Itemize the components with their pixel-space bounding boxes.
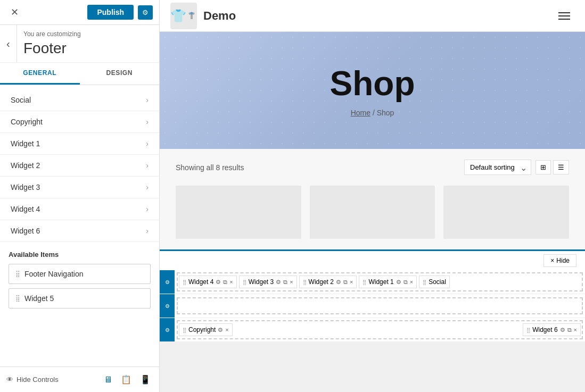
hamburger-line (558, 19, 570, 20)
chip-label: Widget 2 (309, 278, 334, 286)
footer-widget-chip-copyright: ⣿ Copyright ⚙ × (179, 323, 233, 336)
menu-item-widget1[interactable]: Widget 1 › (0, 133, 159, 155)
footer-widget-chip-widget6: ⣿ Widget 6 ⚙ ⧉ × (523, 323, 581, 336)
footer-row-2: ⚙ (160, 294, 585, 318)
chip-gear-icon[interactable]: ⚙ (218, 327, 223, 333)
product-grid (176, 186, 569, 239)
menu-item-label: Widget 3 (11, 183, 40, 191)
grid-view-button[interactable]: ⊞ (535, 160, 551, 174)
chip-label: Copyright (188, 326, 216, 333)
back-button[interactable]: ‹ (0, 25, 17, 62)
customizing-title: Footer (23, 40, 151, 57)
chip-close-icon[interactable]: × (225, 327, 228, 333)
tab-design[interactable]: DESIGN (80, 63, 160, 85)
chip-gear-icon[interactable]: ⚙ (396, 279, 401, 286)
chip-close-icon[interactable]: × (410, 279, 413, 285)
tablet-icon[interactable]: 📋 (119, 372, 134, 387)
sorting-area: Default sorting ⊞ ☰ (464, 160, 569, 175)
chip-copy-icon[interactable]: ⧉ (403, 279, 408, 286)
tab-general[interactable]: GENERAL (0, 63, 80, 85)
footer-row-1: ⚙ ⣿ Widget 4 ⚙ ⧉ × ⣿ Widget 3 ⚙ ⧉ × (160, 270, 585, 294)
menu-item-copyright[interactable]: Copyright › (0, 111, 159, 133)
tabs-row: GENERAL DESIGN (0, 63, 159, 85)
product-card-2 (310, 186, 435, 239)
chip-drag-icon: ⣿ (423, 279, 426, 285)
chip-gear-icon[interactable]: ⚙ (336, 279, 341, 286)
footer-row-handle-2[interactable]: ⚙ (160, 294, 175, 318)
left-panel: ✕ Publish ⚙ ‹ You are customizing Footer… (0, 0, 160, 392)
footer-widget-chip-widget3: ⣿ Widget 3 ⚙ ⧉ × (239, 276, 297, 288)
menu-item-widget6[interactable]: Widget 6 › (0, 220, 159, 242)
breadcrumb-current: Shop (377, 109, 394, 117)
footer-widgets-area-3: ⣿ Copyright ⚙ × ⣿ Widget 6 ⚙ ⧉ × (177, 320, 583, 339)
view-buttons: ⊞ ☰ (535, 160, 569, 174)
footer-widget-chip-widget4: ⣿ Widget 4 ⚙ ⧉ × (179, 276, 237, 288)
chip-close-icon[interactable]: × (350, 279, 353, 285)
menu-item-label: Widget 4 (11, 205, 40, 213)
logo-area: Demo (170, 3, 236, 29)
footer-builder: × Hide ⚙ ⣿ Widget 4 ⚙ ⧉ × ⣿ Widget 3 (160, 249, 585, 342)
publish-button[interactable]: Publish (87, 5, 134, 20)
chip-gear-icon[interactable]: ⚙ (560, 327, 565, 333)
draggable-item-label: Footer Navigation (24, 270, 84, 278)
chip-gear-icon[interactable]: ⚙ (276, 279, 281, 286)
footer-widget-chip-widget2: ⣿ Widget 2 ⚙ ⧉ × (299, 276, 357, 288)
chevron-right-icon: › (146, 183, 149, 191)
top-bar: ✕ Publish ⚙ (0, 0, 159, 25)
draggable-footer-navigation[interactable]: ⣿ Footer Navigation (9, 264, 151, 284)
chip-drag-icon: ⣿ (183, 327, 186, 333)
desktop-icon[interactable]: 🖥 (102, 372, 114, 387)
mobile-icon[interactable]: 📱 (138, 372, 153, 387)
breadcrumb-separator: / (373, 109, 377, 117)
menu-item-widget2[interactable]: Widget 2 › (0, 155, 159, 177)
chip-gear-icon[interactable]: ⚙ (216, 279, 221, 286)
chip-copy-icon[interactable]: ⧉ (223, 279, 227, 286)
breadcrumb-home-link[interactable]: Home (351, 109, 370, 117)
hamburger-line (558, 12, 570, 13)
footer-widgets-area-2 (177, 297, 583, 314)
draggable-widget5[interactable]: ⣿ Widget 5 (9, 288, 151, 308)
sorting-select[interactable]: Default sorting (464, 160, 531, 175)
chip-close-icon[interactable]: × (290, 279, 293, 285)
available-items-section: Available Items ⣿ Footer Navigation ⣿ Wi… (0, 242, 159, 317)
customizing-label: You are customizing (23, 30, 151, 38)
settings-gear-button[interactable]: ⚙ (138, 5, 153, 20)
hide-controls-button[interactable]: 👁 Hide Controls (6, 376, 59, 383)
chevron-right-icon: › (146, 118, 149, 126)
chip-copy-icon[interactable]: ⧉ (343, 279, 348, 286)
shop-content: Showing all 8 results Default sorting ⊞ … (160, 149, 585, 249)
eye-icon: 👁 (6, 376, 13, 383)
sort-wrapper: Default sorting (464, 160, 531, 175)
chip-close-icon[interactable]: × (574, 327, 577, 333)
chevron-right-icon: › (146, 96, 149, 104)
hide-footer-button[interactable]: × Hide (543, 254, 576, 267)
chip-copy-icon[interactable]: ⧉ (283, 279, 287, 286)
product-card-3 (443, 186, 569, 239)
footer-hide-bar: × Hide (160, 251, 585, 270)
site-logo (170, 3, 197, 29)
hero-title: Shop (170, 64, 574, 103)
menu-item-label: Social (11, 96, 31, 104)
chip-copy-icon[interactable]: ⧉ (567, 327, 572, 333)
site-title: Demo (203, 9, 236, 23)
chip-drag-icon: ⣿ (183, 279, 186, 285)
chevron-right-icon: › (146, 227, 149, 235)
menu-item-label: Widget 1 (11, 139, 40, 148)
hamburger-menu-button[interactable] (554, 8, 574, 24)
customizing-header: ‹ You are customizing Footer (0, 25, 159, 63)
menu-item-widget3[interactable]: Widget 3 › (0, 177, 159, 198)
draggable-item-label: Widget 5 (24, 294, 54, 303)
hero-banner: Shop Home / Shop (160, 32, 585, 149)
menu-item-social[interactable]: Social › (0, 89, 159, 111)
footer-row-handle-1[interactable]: ⚙ (160, 270, 175, 294)
results-count: Showing all 8 results (176, 163, 244, 172)
chip-drag-icon: ⣿ (303, 279, 307, 285)
list-view-button[interactable]: ☰ (553, 160, 569, 174)
chip-label: Widget 3 (249, 278, 274, 286)
footer-widget-chip-widget1: ⣿ Widget 1 ⚙ ⧉ × (359, 276, 417, 288)
close-button[interactable]: ✕ (6, 4, 23, 20)
chip-close-icon[interactable]: × (229, 279, 233, 285)
footer-row-handle-3[interactable]: ⚙ (160, 318, 175, 341)
menu-item-widget4[interactable]: Widget 4 › (0, 198, 159, 220)
hide-controls-label: Hide Controls (17, 376, 59, 383)
